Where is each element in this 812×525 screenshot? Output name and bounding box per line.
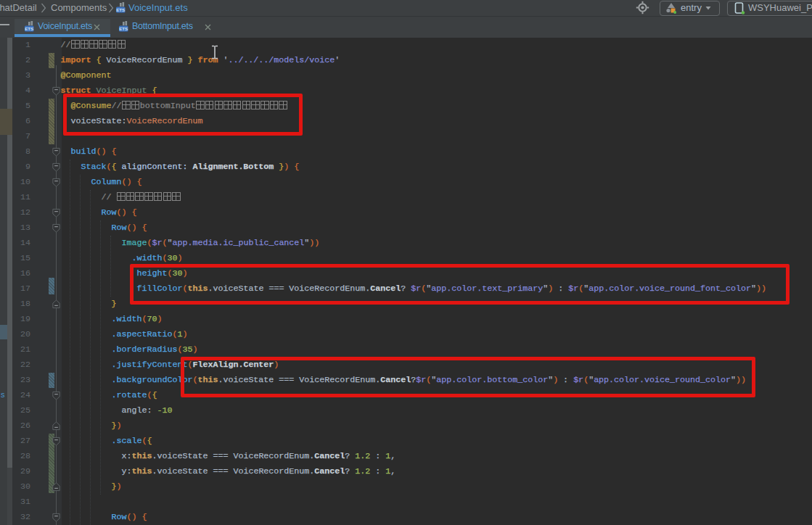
svg-text:ETS: ETS bbox=[116, 7, 125, 12]
svg-text:ETS: ETS bbox=[119, 26, 128, 31]
svg-text:ETS: ETS bbox=[25, 26, 33, 31]
